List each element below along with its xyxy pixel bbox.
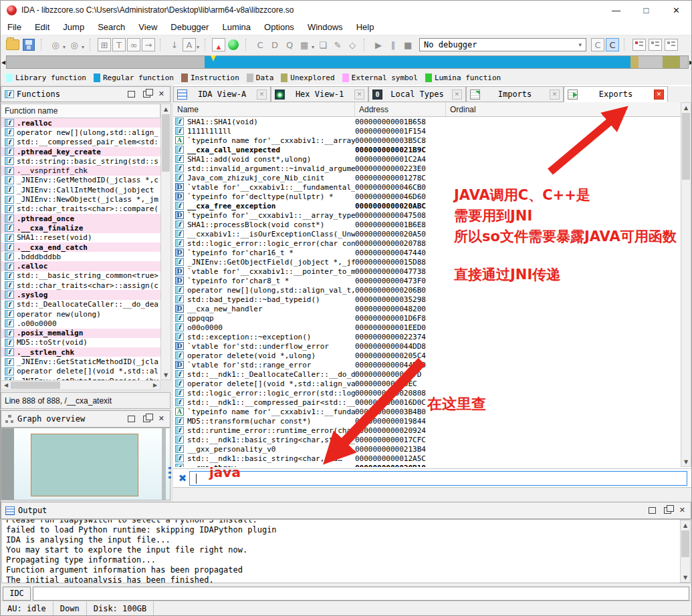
splitter-grip[interactable] (168, 467, 171, 479)
chevron-down-icon[interactable]: ▾ (63, 44, 66, 50)
function-list-item[interactable]: f.__cxa_end_catch (1, 243, 160, 252)
scroll-left-icon[interactable]: ◀ (1, 381, 11, 390)
table-row[interactable]: fstd::runtime_error::runtime_error(char…… (173, 426, 681, 435)
function-list-item[interactable]: f.syslog (1, 290, 160, 299)
table-row[interactable]: fSHA1::add(void const*,ulong)00000000000… (173, 154, 681, 164)
scrollbar-thumb[interactable] (682, 113, 690, 180)
chevron-down-icon[interactable]: ▾ (197, 44, 199, 50)
table-row[interactable]: D`typeinfo for'char8_t *00000000000473F0 (173, 276, 681, 285)
table-row[interactable]: fstd::exception::~exception()00000000000… (173, 332, 681, 341)
function-list-item[interactable]: foperator new(ulong) (1, 309, 160, 319)
table-row[interactable]: fMD5::transform(uchar const*)00000000000… (173, 416, 681, 426)
stop-process-icon[interactable]: ■ (401, 38, 415, 51)
open-file-icon[interactable] (6, 39, 19, 50)
table-row[interactable]: A`typeinfo name for'__cxxabiv1::__funda…… (173, 407, 681, 416)
table-row[interactable]: f__cxa_throw0000000000020B10 (173, 463, 681, 467)
tab-exports[interactable]: Exports✕ (564, 86, 668, 102)
table-row[interactable]: f__cxa_call_unexpected0000000000021B9C (173, 145, 681, 154)
filter-clear-icon[interactable]: ✖ (176, 472, 189, 484)
table-row[interactable]: D`vtable for'std::underflow_error0000000… (173, 341, 681, 351)
table-row[interactable]: fstd::logic_error::logic_error(std::log…… (173, 388, 681, 398)
attach-debugger-icon[interactable]: C (591, 38, 604, 51)
table-row[interactable]: D`typeinfo for'decltype(nullptr) *000000… (173, 192, 681, 201)
scroll-down-icon[interactable]: ▼ (681, 457, 691, 466)
table-row[interactable]: fstd::logic_error::logic_error(char con…… (173, 239, 681, 248)
menu-options[interactable]: Options (257, 22, 301, 32)
nav-band-segment[interactable] (630, 56, 639, 68)
menu-file[interactable]: File (1, 22, 28, 32)
function-list-item[interactable]: f.o00o0000 (1, 319, 160, 328)
table-row[interactable]: D`vtable for'__cxxabiv1::__fundamental_…… (173, 182, 681, 192)
jump-prev-icon[interactable]: ◎ (49, 38, 62, 51)
function-list-item[interactable]: fstd::__compressed_pair_elem<std: (1, 138, 160, 147)
maximize-button[interactable]: □ (631, 1, 661, 19)
panel-close-icon[interactable]: ✕ (679, 507, 685, 514)
menu-search[interactable]: Search (91, 22, 132, 32)
breakpoint-marker-icon[interactable]: ▲ (212, 38, 225, 51)
scroll-right-icon[interactable]: ▶ (150, 381, 160, 390)
panel-maximize-icon[interactable] (649, 507, 656, 514)
table-row[interactable]: D`typeinfo for'char16_t *000000000004744… (173, 248, 681, 257)
nav-band-segment[interactable] (7, 56, 205, 68)
column-header-name[interactable]: Name (173, 102, 355, 116)
graph-overview-viewport[interactable] (31, 434, 138, 496)
edit-function-icon[interactable]: D (268, 38, 281, 51)
table-row[interactable]: foperator delete[](void *,std::align_va…… (173, 379, 681, 388)
function-list-item[interactable]: f.__strlen_chk (1, 347, 160, 357)
menu-edit[interactable]: Edit (28, 22, 56, 32)
function-list-item[interactable]: f_JNIEnv::GetStaticMethodID(_jcla (1, 357, 160, 366)
function-list-item[interactable]: f_JNIEnv::CallIntMethod(_jobject (1, 185, 160, 194)
function-list-item[interactable]: fSHA1::reset(void) (1, 233, 160, 243)
graph-overview-canvas[interactable] (1, 428, 170, 500)
selection-icon[interactable]: ❏ (316, 38, 330, 51)
text-view-icon[interactable]: T (112, 38, 126, 51)
hex-dump-icon[interactable]: ⊞ (98, 38, 111, 51)
menu-help[interactable]: Help (350, 22, 381, 32)
menu-windows[interactable]: Windows (301, 22, 350, 32)
function-list-item[interactable]: f.posix_memalign (1, 329, 160, 338)
graph-overview-header[interactable]: Graph overview ✕ (1, 410, 170, 428)
function-list-item[interactable]: fstd::char_traits<char>::assign(c (1, 281, 160, 290)
table-row[interactable]: D__cxa_new_handler0000000000048200 (173, 304, 681, 313)
table-row[interactable]: f__cxa_free_exception0000000000020ABC (173, 201, 681, 210)
scrollbar-thumb[interactable] (162, 114, 170, 172)
table-row[interactable]: fstd::invalid_argument::~invalid_argume…… (173, 164, 681, 173)
function-list-item[interactable]: fstd::__basic_string_common<true> (1, 271, 160, 281)
table-row[interactable]: fstd::__ndk1::basic_string<char,std::__…… (173, 435, 681, 444)
function-list-item[interactable]: fstd::string::basic_string(std::s (1, 156, 160, 166)
nav-band-segment[interactable] (205, 56, 630, 68)
table-row[interactable]: f1111l1l1ll000000000001F154 (173, 126, 681, 136)
tab-hex-view-1[interactable]: Hex View-1✕ (271, 86, 368, 102)
table-row[interactable]: D`typeinfo for'__cxxabiv1::__array_type…… (173, 210, 681, 220)
save-file-icon[interactable] (23, 39, 35, 51)
function-list-item[interactable]: f.bdddbddbb (1, 252, 160, 261)
nav-band-segment[interactable] (680, 56, 688, 68)
function-list-item[interactable]: f_JNIEnv::GetMethodID(_jclass *,c (1, 176, 160, 185)
panel-float-icon[interactable] (664, 507, 671, 514)
jump-next-icon[interactable]: ◎ (68, 38, 81, 51)
output-scrollbar[interactable]: ▲ ▼ (680, 520, 691, 583)
table-row[interactable]: f__cxxabiv1::__isOurExceptionClass(_Unw…… (173, 229, 681, 239)
idc-command-input[interactable] (33, 587, 689, 601)
tab-close-icon[interactable]: ✕ (550, 90, 560, 100)
strings-window-icon[interactable]: ∞ (127, 38, 140, 51)
diamond-icon[interactable]: ◇ (346, 38, 359, 51)
table-row[interactable]: f_JNIEnv::GetObjectField(_jobject *,_jf…… (173, 257, 681, 267)
column-header-ordinal[interactable]: Ordinal (446, 102, 681, 116)
function-list-item[interactable]: f.__vsnprintf_chk (1, 166, 160, 175)
function-list-item[interactable]: fstd::char_traits<char>::compare( (1, 204, 160, 214)
tab-local-types[interactable]: 0Local Types✕ (368, 86, 466, 102)
function-name-column-header[interactable]: Function name (1, 104, 160, 118)
function-list-item[interactable]: f.pthread_key_create (1, 147, 160, 156)
scrollbar-thumb[interactable] (681, 530, 689, 557)
panel-close-icon[interactable]: ✕ (158, 416, 164, 422)
table-row[interactable]: foperator new[](ulong,std::align_val_t,…… (173, 285, 681, 295)
close-button[interactable]: ✕ (661, 1, 691, 19)
jump-down-icon[interactable]: ↓ (168, 38, 181, 51)
exports-scrollbar[interactable]: ▲ ▼ (681, 102, 691, 467)
output-log[interactable]: Please run idapyswitch to select a Pytho… (1, 519, 691, 583)
panel-float-icon[interactable] (143, 416, 150, 422)
ascii-string-icon[interactable]: A (183, 38, 196, 51)
table-row[interactable]: f__gxx_personality_v000000000000213B4 (173, 444, 681, 454)
column-header-address[interactable]: Address (355, 102, 446, 116)
